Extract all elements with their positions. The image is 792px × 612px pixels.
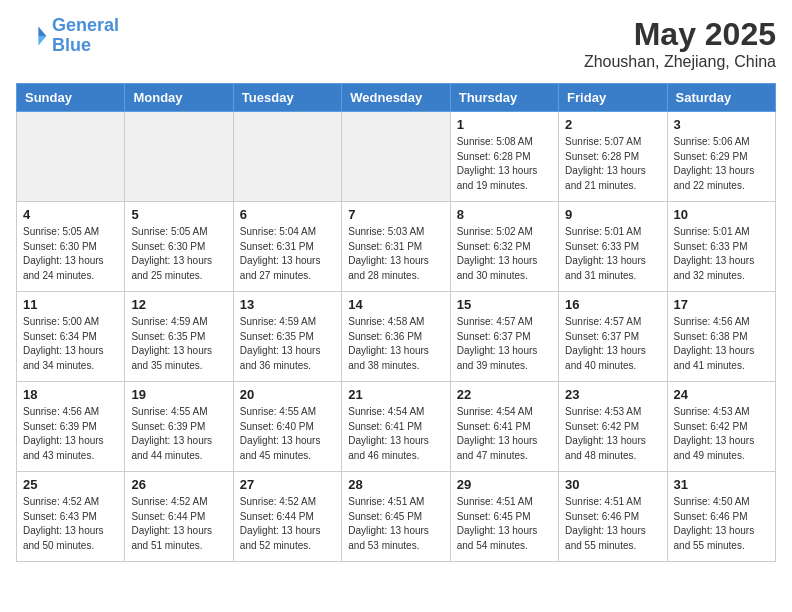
- column-header-saturday: Saturday: [667, 84, 775, 112]
- day-info: Sunrise: 4:55 AMSunset: 6:40 PMDaylight:…: [240, 405, 335, 463]
- calendar-cell: 10Sunrise: 5:01 AMSunset: 6:33 PMDayligh…: [667, 202, 775, 292]
- calendar-cell: 22Sunrise: 4:54 AMSunset: 6:41 PMDayligh…: [450, 382, 558, 472]
- calendar-cell: 20Sunrise: 4:55 AMSunset: 6:40 PMDayligh…: [233, 382, 341, 472]
- calendar-cell: 12Sunrise: 4:59 AMSunset: 6:35 PMDayligh…: [125, 292, 233, 382]
- week-row-4: 18Sunrise: 4:56 AMSunset: 6:39 PMDayligh…: [17, 382, 776, 472]
- day-info: Sunrise: 5:05 AMSunset: 6:30 PMDaylight:…: [131, 225, 226, 283]
- day-info: Sunrise: 4:59 AMSunset: 6:35 PMDaylight:…: [131, 315, 226, 373]
- calendar-cell: 6Sunrise: 5:04 AMSunset: 6:31 PMDaylight…: [233, 202, 341, 292]
- day-info: Sunrise: 4:51 AMSunset: 6:45 PMDaylight:…: [457, 495, 552, 553]
- calendar-cell: 28Sunrise: 4:51 AMSunset: 6:45 PMDayligh…: [342, 472, 450, 562]
- day-info: Sunrise: 5:02 AMSunset: 6:32 PMDaylight:…: [457, 225, 552, 283]
- day-number: 17: [674, 297, 769, 312]
- week-row-5: 25Sunrise: 4:52 AMSunset: 6:43 PMDayligh…: [17, 472, 776, 562]
- calendar-cell: 13Sunrise: 4:59 AMSunset: 6:35 PMDayligh…: [233, 292, 341, 382]
- calendar-cell: 29Sunrise: 4:51 AMSunset: 6:45 PMDayligh…: [450, 472, 558, 562]
- calendar-cell: 5Sunrise: 5:05 AMSunset: 6:30 PMDaylight…: [125, 202, 233, 292]
- day-info: Sunrise: 5:07 AMSunset: 6:28 PMDaylight:…: [565, 135, 660, 193]
- day-info: Sunrise: 5:01 AMSunset: 6:33 PMDaylight:…: [565, 225, 660, 283]
- day-info: Sunrise: 4:51 AMSunset: 6:45 PMDaylight:…: [348, 495, 443, 553]
- calendar-cell: 23Sunrise: 4:53 AMSunset: 6:42 PMDayligh…: [559, 382, 667, 472]
- calendar-cell: 30Sunrise: 4:51 AMSunset: 6:46 PMDayligh…: [559, 472, 667, 562]
- day-number: 29: [457, 477, 552, 492]
- day-number: 1: [457, 117, 552, 132]
- week-row-3: 11Sunrise: 5:00 AMSunset: 6:34 PMDayligh…: [17, 292, 776, 382]
- month-title: May 2025: [584, 16, 776, 53]
- day-info: Sunrise: 4:57 AMSunset: 6:37 PMDaylight:…: [565, 315, 660, 373]
- calendar-cell: [17, 112, 125, 202]
- logo-icon: [16, 20, 48, 52]
- calendar-cell: 2Sunrise: 5:07 AMSunset: 6:28 PMDaylight…: [559, 112, 667, 202]
- svg-marker-0: [38, 26, 46, 36]
- day-number: 8: [457, 207, 552, 222]
- day-info: Sunrise: 4:52 AMSunset: 6:44 PMDaylight:…: [240, 495, 335, 553]
- day-info: Sunrise: 4:50 AMSunset: 6:46 PMDaylight:…: [674, 495, 769, 553]
- column-header-friday: Friday: [559, 84, 667, 112]
- calendar-cell: 31Sunrise: 4:50 AMSunset: 6:46 PMDayligh…: [667, 472, 775, 562]
- calendar-table: SundayMondayTuesdayWednesdayThursdayFrid…: [16, 83, 776, 562]
- day-number: 7: [348, 207, 443, 222]
- day-info: Sunrise: 5:05 AMSunset: 6:30 PMDaylight:…: [23, 225, 118, 283]
- svg-marker-1: [38, 36, 46, 46]
- calendar-cell: 19Sunrise: 4:55 AMSunset: 6:39 PMDayligh…: [125, 382, 233, 472]
- day-number: 27: [240, 477, 335, 492]
- day-number: 14: [348, 297, 443, 312]
- day-number: 13: [240, 297, 335, 312]
- day-info: Sunrise: 5:00 AMSunset: 6:34 PMDaylight:…: [23, 315, 118, 373]
- day-info: Sunrise: 4:53 AMSunset: 6:42 PMDaylight:…: [565, 405, 660, 463]
- week-row-1: 1Sunrise: 5:08 AMSunset: 6:28 PMDaylight…: [17, 112, 776, 202]
- day-info: Sunrise: 5:04 AMSunset: 6:31 PMDaylight:…: [240, 225, 335, 283]
- column-header-tuesday: Tuesday: [233, 84, 341, 112]
- calendar-cell: 9Sunrise: 5:01 AMSunset: 6:33 PMDaylight…: [559, 202, 667, 292]
- day-number: 30: [565, 477, 660, 492]
- day-number: 31: [674, 477, 769, 492]
- column-header-sunday: Sunday: [17, 84, 125, 112]
- location-title: Zhoushan, Zhejiang, China: [584, 53, 776, 71]
- day-number: 21: [348, 387, 443, 402]
- calendar-cell: 7Sunrise: 5:03 AMSunset: 6:31 PMDaylight…: [342, 202, 450, 292]
- calendar-cell: 3Sunrise: 5:06 AMSunset: 6:29 PMDaylight…: [667, 112, 775, 202]
- day-number: 9: [565, 207, 660, 222]
- day-number: 24: [674, 387, 769, 402]
- day-number: 20: [240, 387, 335, 402]
- day-number: 26: [131, 477, 226, 492]
- calendar-cell: 4Sunrise: 5:05 AMSunset: 6:30 PMDaylight…: [17, 202, 125, 292]
- day-number: 25: [23, 477, 118, 492]
- day-number: 19: [131, 387, 226, 402]
- column-header-thursday: Thursday: [450, 84, 558, 112]
- day-info: Sunrise: 4:51 AMSunset: 6:46 PMDaylight:…: [565, 495, 660, 553]
- calendar-cell: 17Sunrise: 4:56 AMSunset: 6:38 PMDayligh…: [667, 292, 775, 382]
- day-number: 15: [457, 297, 552, 312]
- day-info: Sunrise: 4:53 AMSunset: 6:42 PMDaylight:…: [674, 405, 769, 463]
- calendar-cell: [125, 112, 233, 202]
- day-info: Sunrise: 4:56 AMSunset: 6:38 PMDaylight:…: [674, 315, 769, 373]
- day-info: Sunrise: 4:54 AMSunset: 6:41 PMDaylight:…: [457, 405, 552, 463]
- day-info: Sunrise: 5:01 AMSunset: 6:33 PMDaylight:…: [674, 225, 769, 283]
- day-number: 4: [23, 207, 118, 222]
- day-info: Sunrise: 4:54 AMSunset: 6:41 PMDaylight:…: [348, 405, 443, 463]
- calendar-cell: 18Sunrise: 4:56 AMSunset: 6:39 PMDayligh…: [17, 382, 125, 472]
- calendar-header-row: SundayMondayTuesdayWednesdayThursdayFrid…: [17, 84, 776, 112]
- calendar-cell: [233, 112, 341, 202]
- day-number: 2: [565, 117, 660, 132]
- column-header-wednesday: Wednesday: [342, 84, 450, 112]
- day-number: 23: [565, 387, 660, 402]
- calendar-cell: 16Sunrise: 4:57 AMSunset: 6:37 PMDayligh…: [559, 292, 667, 382]
- day-info: Sunrise: 5:08 AMSunset: 6:28 PMDaylight:…: [457, 135, 552, 193]
- week-row-2: 4Sunrise: 5:05 AMSunset: 6:30 PMDaylight…: [17, 202, 776, 292]
- calendar-cell: 21Sunrise: 4:54 AMSunset: 6:41 PMDayligh…: [342, 382, 450, 472]
- column-header-monday: Monday: [125, 84, 233, 112]
- calendar-cell: 1Sunrise: 5:08 AMSunset: 6:28 PMDaylight…: [450, 112, 558, 202]
- calendar-cell: 25Sunrise: 4:52 AMSunset: 6:43 PMDayligh…: [17, 472, 125, 562]
- day-info: Sunrise: 5:06 AMSunset: 6:29 PMDaylight:…: [674, 135, 769, 193]
- day-number: 3: [674, 117, 769, 132]
- day-number: 5: [131, 207, 226, 222]
- day-info: Sunrise: 4:57 AMSunset: 6:37 PMDaylight:…: [457, 315, 552, 373]
- logo: General Blue: [16, 16, 119, 56]
- logo-text: General Blue: [52, 16, 119, 56]
- day-number: 6: [240, 207, 335, 222]
- calendar-cell: 11Sunrise: 5:00 AMSunset: 6:34 PMDayligh…: [17, 292, 125, 382]
- calendar-cell: [342, 112, 450, 202]
- day-info: Sunrise: 4:55 AMSunset: 6:39 PMDaylight:…: [131, 405, 226, 463]
- calendar-cell: 8Sunrise: 5:02 AMSunset: 6:32 PMDaylight…: [450, 202, 558, 292]
